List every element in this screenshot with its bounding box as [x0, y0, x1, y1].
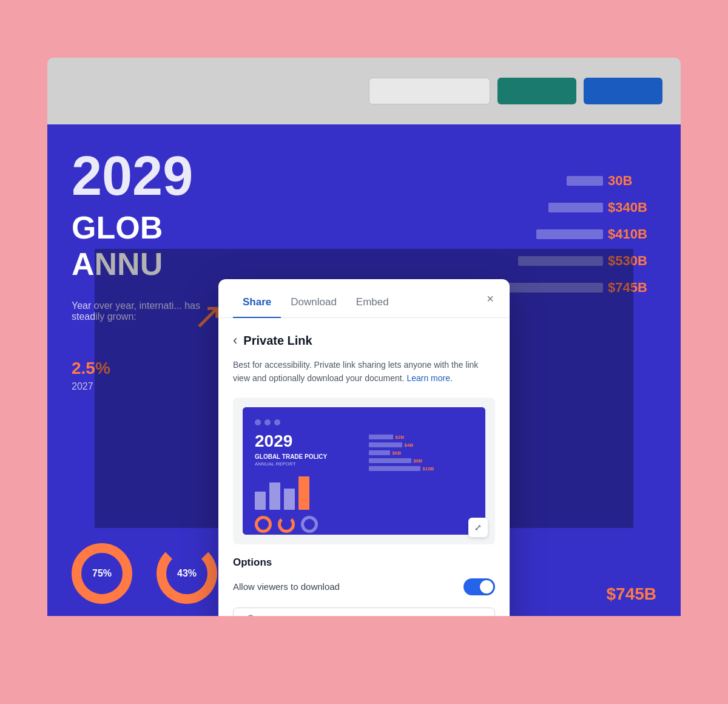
- url-text: http://https://infograph.venngage.com/pl…: [260, 615, 486, 616]
- preview-dot-1: [255, 419, 261, 425]
- preview-dot-3: [274, 419, 280, 425]
- private-link-header: ‹ Private Link: [233, 333, 495, 348]
- preview-pie-1: [255, 516, 272, 533]
- pie-circle-1: 75%: [72, 543, 132, 604]
- expand-preview-button[interactable]: ⤢: [468, 518, 488, 537]
- preview-bar-1: [255, 492, 266, 510]
- allow-download-toggle[interactable]: [463, 578, 495, 595]
- content-area: 2029 GLOB ANNU ↗ Year over year, interna…: [47, 124, 681, 616]
- preview-bar-h-3: [369, 450, 390, 455]
- browser-url-bar[interactable]: [369, 78, 490, 104]
- description-text: Best for accessibility. Private link sha…: [233, 358, 495, 385]
- pie-circle-2: 43%: [157, 543, 217, 604]
- preview-inner: 2029 GLOBAL TRADE POLICY ANNUAL REPORT: [243, 407, 485, 535]
- preview-bar-val-5: $10B: [423, 466, 434, 472]
- preview-bar-val-4: $8B: [414, 458, 423, 464]
- browser-button-teal[interactable]: [497, 78, 576, 104]
- tab-download[interactable]: Download: [281, 291, 346, 318]
- pie-label-2: 43%: [177, 568, 197, 579]
- browser-chrome: [47, 58, 681, 124]
- allow-download-label: Allow viewers to download: [233, 581, 340, 592]
- bar-item-2: $340B: [494, 200, 662, 215]
- preview-title: GLOBAL TRADE POLICY: [255, 453, 360, 460]
- pie-label-1: 75%: [92, 568, 112, 579]
- preview-subtitle: ANNUAL REPORT: [255, 461, 360, 467]
- toggle-knob: [480, 580, 493, 594]
- preview-bar-row-3: $6B: [369, 450, 474, 456]
- preview-year: 2029: [255, 432, 360, 451]
- preview-bar-row-4: $8B: [369, 458, 474, 464]
- learn-more-link[interactable]: Learn more.: [406, 373, 452, 383]
- tab-share[interactable]: Share: [233, 291, 281, 318]
- bar-item-1: 30B: [494, 173, 662, 189]
- preview-bar-2: [269, 482, 280, 510]
- bar-label-3: $410B: [608, 226, 662, 242]
- preview-bar-h-5: [369, 466, 420, 471]
- modal-header: Share Download Embed ×: [218, 279, 510, 318]
- browser-button-blue[interactable]: [584, 78, 662, 104]
- share-modal: Share Download Embed × ‹ Private Link Be…: [218, 279, 510, 616]
- preview-pie-3: [301, 516, 318, 533]
- preview-bar-h-1: [369, 435, 393, 439]
- preview-bar-row-5: $10B: [369, 466, 474, 472]
- preview-bar-h-2: [369, 442, 402, 447]
- modal-body: ‹ Private Link Best for accessibility. P…: [218, 318, 510, 616]
- private-link-title: Private Link: [243, 334, 312, 348]
- bar-line-1: [567, 176, 603, 186]
- url-input-container[interactable]: 🔗 http://https://infograph.venngage.com/…: [233, 608, 495, 616]
- modal-overlay: Share Download Embed × ‹ Private Link Be…: [95, 249, 633, 528]
- preview-title-bar: [255, 419, 473, 425]
- back-button[interactable]: ‹: [233, 333, 237, 348]
- modal-tabs: Share Download Embed: [233, 291, 495, 317]
- link-icon: 🔗: [242, 614, 254, 616]
- modal-close-button[interactable]: ×: [480, 289, 500, 308]
- options-title: Options: [233, 557, 495, 569]
- pie-chart-1: 75%: [72, 543, 132, 604]
- bar-label-2: $340B: [608, 200, 662, 215]
- pie-chart-2: 43%: [157, 543, 217, 604]
- preview-bar-row-1: $2B: [369, 435, 474, 440]
- preview-left: 2029 GLOBAL TRADE POLICY ANNUAL REPORT: [255, 432, 360, 533]
- bar-line-2: [548, 203, 603, 212]
- tab-embed[interactable]: Embed: [346, 291, 399, 318]
- preview-circles: [255, 516, 360, 533]
- preview-bar-4: [298, 476, 309, 510]
- preview-bar-3: [284, 489, 295, 510]
- bar-label-1: 30B: [608, 173, 662, 189]
- preview-bar-val-3: $6B: [393, 450, 402, 456]
- preview-pie-2: [278, 516, 295, 533]
- preview-bar-row-2: $4B: [369, 442, 474, 448]
- bar-line-3: [536, 229, 603, 239]
- bar-item-3: $410B: [494, 226, 662, 242]
- preview-mini-chart: [255, 476, 360, 510]
- preview-bar-val-1: $2B: [396, 435, 405, 440]
- preview-bar-val-2: $4B: [405, 442, 414, 448]
- preview-container: 2029 GLOBAL TRADE POLICY ANNUAL REPORT: [233, 398, 495, 544]
- preview-infographic: 2029 GLOBAL TRADE POLICY ANNUAL REPORT: [243, 407, 485, 535]
- preview-bar-h-4: [369, 458, 411, 463]
- preview-right: $2B $4B $6B: [369, 432, 474, 533]
- preview-dot-2: [265, 419, 271, 425]
- option-row-download: Allow viewers to download: [233, 578, 495, 595]
- infographic-bottom-value: $745B: [606, 584, 656, 604]
- preview-content: 2029 GLOBAL TRADE POLICY ANNUAL REPORT: [255, 432, 473, 533]
